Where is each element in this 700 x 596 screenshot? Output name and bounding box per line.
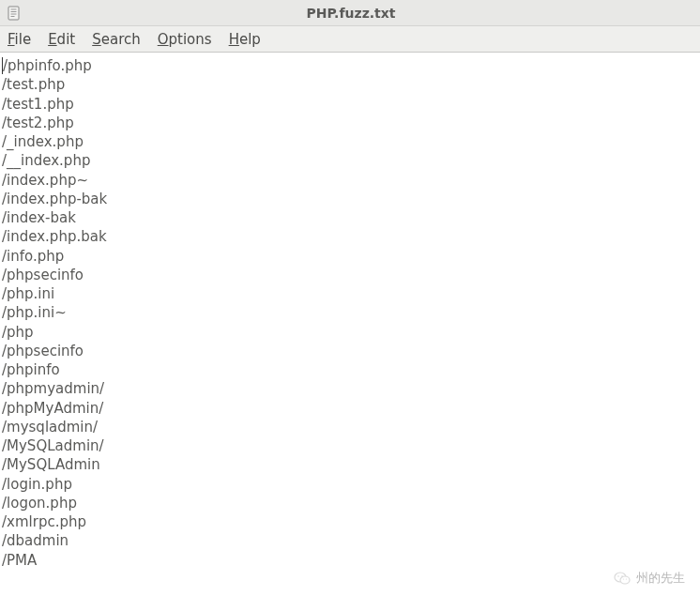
text-line: /logon.php <box>2 494 698 512</box>
text-line: /PMA <box>2 551 698 570</box>
text-line: /test2.php <box>2 114 698 132</box>
text-line: /test.php <box>2 75 698 94</box>
text-line: /index.php~ <box>2 171 698 190</box>
menubar: File Edit Search Options Help <box>0 26 700 53</box>
titlebar: PHP.fuzz.txt <box>0 0 700 26</box>
text-line: /phpsecinfo <box>2 342 698 360</box>
svg-rect-0 <box>8 7 19 20</box>
menu-options[interactable]: Options <box>158 31 212 48</box>
menu-edit[interactable]: Edit <box>48 31 75 48</box>
document-icon <box>6 5 23 22</box>
text-line: /phpMyAdmin/ <box>2 399 698 418</box>
wechat-icon <box>614 571 631 586</box>
watermark: 州的先生 <box>614 570 685 587</box>
text-line: /phpsecinfo <box>2 266 698 284</box>
text-line: /phpinfo <box>2 360 698 379</box>
svg-point-9 <box>623 578 624 579</box>
text-line: /_index.php <box>2 132 698 151</box>
text-line: /info.php <box>2 247 698 266</box>
text-line: /index.php.bak <box>2 227 698 246</box>
text-line: /phpinfo.php <box>2 56 698 75</box>
text-line: /xmlrpc.php <box>2 512 698 531</box>
svg-point-7 <box>617 575 619 577</box>
window-title: PHP.fuzz.txt <box>30 6 700 21</box>
watermark-text: 州的先生 <box>636 570 685 587</box>
text-line: /__index.php <box>2 151 698 170</box>
text-line: /index-bak <box>2 208 698 227</box>
text-line: /MySQLAdmin <box>2 455 698 474</box>
text-line: /php.ini~ <box>2 303 698 322</box>
menu-search[interactable]: Search <box>92 31 141 48</box>
text-line: /MySQLadmin/ <box>2 436 698 455</box>
text-line: /mysqladmin/ <box>2 418 698 436</box>
text-line: /php <box>2 323 698 342</box>
text-line: /php.ini <box>2 284 698 303</box>
svg-point-6 <box>620 576 630 584</box>
text-line: /phpmyadmin/ <box>2 379 698 398</box>
text-content[interactable]: /phpinfo.php/test.php/test1.php/test2.ph… <box>0 53 700 573</box>
text-line: /index.php-bak <box>2 190 698 208</box>
menu-help[interactable]: Help <box>229 31 261 48</box>
svg-point-8 <box>621 575 623 577</box>
menu-file[interactable]: File <box>8 31 31 48</box>
text-line: /login.php <box>2 475 698 494</box>
svg-point-10 <box>626 578 627 579</box>
text-line: /dbadmin <box>2 531 698 550</box>
text-line: /test1.php <box>2 95 698 114</box>
